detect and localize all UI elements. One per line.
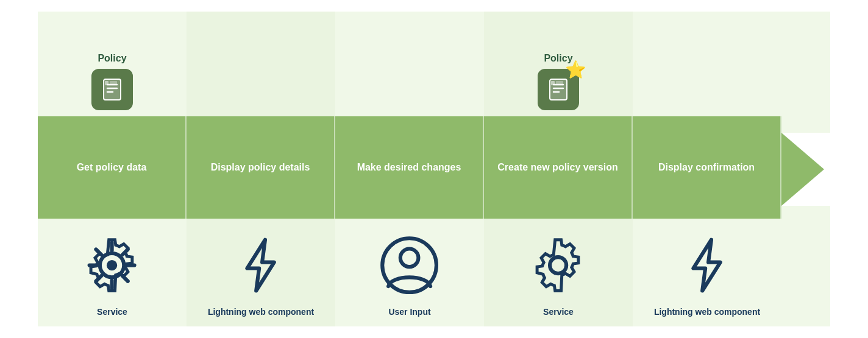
arrow-tip (781, 133, 824, 206)
col3-top (335, 12, 484, 116)
column-5: Display confirmation Lightning web compo… (633, 12, 781, 326)
col2-step-label: Display policy details (211, 161, 310, 174)
svg-rect-14 (551, 81, 555, 85)
policy-icon-4: ⭐ (538, 69, 579, 110)
service-icon-1 (74, 228, 149, 303)
col1-step-label: Get policy data (77, 161, 147, 174)
svg-point-7 (107, 260, 117, 270)
col5-step-label: Display confirmation (658, 161, 755, 174)
column-3: Make desired changes User Input (335, 12, 484, 326)
lightning-icon-1 (223, 228, 298, 303)
col2-middle: Display policy details (187, 116, 335, 218)
column-4: Policy ⭐ Create new policy version (484, 12, 633, 326)
col3-middle: Make desired changes (335, 116, 484, 218)
tip-bottom (781, 206, 830, 327)
lightning-icon-2 (669, 228, 744, 303)
column-2: Display policy details Lightning web com… (187, 12, 335, 326)
svg-rect-15 (556, 81, 563, 85)
col3-bottom: User Input (335, 219, 484, 326)
svg-rect-4 (105, 81, 108, 85)
star-badge: ⭐ (565, 62, 586, 79)
arrow-tip-col (781, 12, 830, 326)
col2-bottom: Lightning web component (187, 219, 335, 326)
col5-top (633, 12, 781, 116)
policy-icon-svg-4 (546, 77, 571, 102)
col1-top: Policy (38, 12, 187, 116)
col2-top (187, 12, 335, 116)
col5-middle: Display confirmation (633, 116, 781, 218)
col1-bottom: Service (38, 219, 187, 326)
svg-point-16 (550, 257, 566, 273)
col3-bottom-label: User Input (388, 306, 430, 317)
column-1: Policy Get policy data (38, 12, 187, 326)
columns-wrapper: Policy Get policy data (38, 12, 830, 326)
col5-bottom: Lightning web component (633, 219, 781, 326)
service-icon-2 (521, 228, 596, 303)
policy-icon-svg-1 (99, 77, 125, 102)
col4-bottom-label: Service (543, 306, 574, 317)
col4-top: Policy ⭐ (484, 12, 633, 116)
svg-rect-5 (110, 81, 117, 85)
col1-bottom-label: Service (97, 306, 127, 317)
col2-bottom-label: Lightning web component (208, 306, 314, 317)
tip-top (781, 12, 830, 133)
policy-icon-1 (91, 69, 133, 110)
policy-label-1: Policy (98, 53, 126, 64)
col1-middle: Get policy data (38, 116, 187, 218)
col4-middle: Create new policy version (484, 116, 633, 218)
col4-bottom: Service (484, 219, 633, 326)
col3-step-label: Make desired changes (357, 161, 461, 174)
col4-step-label: Create new policy version (497, 161, 617, 174)
col5-bottom-label: Lightning web component (654, 306, 760, 317)
user-icon (372, 228, 447, 303)
tip-middle (781, 133, 830, 206)
svg-point-9 (400, 248, 419, 267)
diagram-container: Policy Get policy data (38, 12, 830, 326)
